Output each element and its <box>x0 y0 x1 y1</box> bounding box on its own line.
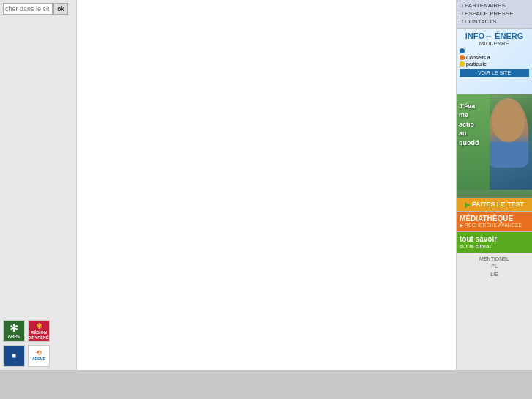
dot-yellow-label: particulie <box>466 61 487 67</box>
dot-item-1 <box>460 48 529 53</box>
faites-text: FAITES LE TEST <box>472 201 524 208</box>
search-button[interactable]: ok <box>53 3 68 15</box>
footer-line-1: MENTIONSL <box>460 256 529 264</box>
dot-orange-label: Conseils a <box>466 55 490 60</box>
main-content <box>77 0 456 370</box>
espace-presse-link[interactable]: ESPACE PRESSE <box>460 10 529 18</box>
mediatheque-banner[interactable]: MÉDIATHÈQUE ▶ RECHERCHE AVANCÉE <box>457 212 532 232</box>
info-energie-title: INFO→ ÉNERG <box>460 31 529 40</box>
dot-yellow <box>460 61 465 67</box>
search-bar: ok <box>3 3 73 15</box>
voir-site-button[interactable]: VOIR LE SITE <box>460 69 529 77</box>
dot-blue <box>460 48 465 53</box>
partenaires-link[interactable]: PARTENAIRES <box>460 1 529 10</box>
photo-banner[interactable]: J'éva me actio au quotid ▶ FAITES LE TES… <box>457 94 532 212</box>
bottom-bar <box>0 370 532 399</box>
small-logo-1[interactable]: ◼ <box>3 345 25 367</box>
info-energie-sub: MIDI-PYRÉ <box>460 40 529 47</box>
sidebar-logos: ✻ARPE ✻RÉGIONMIDIPYRÉNÉES ◼ ⟲ADEME <box>3 317 73 367</box>
faites-arrow-icon: ▶ <box>465 201 471 209</box>
right-sidebar: PARTENAIRES ESPACE PRESSE CONTACTS INFO→… <box>456 0 532 370</box>
contacts-link[interactable]: CONTACTS <box>460 18 529 26</box>
mediatheque-sub: ▶ RECHERCHE AVANCÉE <box>460 223 529 228</box>
ademe-logo[interactable]: ⟲ADEME <box>28 345 50 367</box>
info-energie-banner[interactable]: INFO→ ÉNERG MIDI-PYRÉ Conseils a particu… <box>457 29 532 94</box>
dot-orange <box>460 55 465 60</box>
photo-text-overlay: J'éva me actio au quotid <box>459 102 479 148</box>
top-links: PARTENAIRES ESPACE PRESSE CONTACTS <box>457 0 532 29</box>
search-input[interactable] <box>3 3 53 15</box>
dot-item-3: particulie <box>460 61 529 67</box>
region-logo[interactable]: ✻RÉGIONMIDIPYRÉNÉES <box>28 320 50 342</box>
right-footer: MENTIONSL PL LIE <box>457 253 532 281</box>
mediatheque-title: MÉDIATHÈQUE <box>460 215 529 223</box>
info-dots: Conseils a particulie <box>460 48 529 67</box>
footer-line-2: PL <box>460 263 529 271</box>
tout-savoir-title: tout savoir <box>460 235 529 243</box>
left-sidebar: ok ✻ARPE ✻RÉGIONMIDIPYRÉNÉES ◼ <box>0 0 77 370</box>
dot-item-2: Conseils a <box>460 55 529 60</box>
footer-line-3: LIE <box>460 271 529 279</box>
logo-row-1: ✻ARPE ✻RÉGIONMIDIPYRÉNÉES <box>3 320 73 342</box>
tout-savoir-banner[interactable]: tout savoir sur le climat <box>457 232 532 253</box>
tout-savoir-sub: sur le climat <box>460 243 529 250</box>
faites-le-test-button[interactable]: ▶ FAITES LE TEST <box>457 198 532 211</box>
logo-row-2: ◼ ⟲ADEME <box>3 345 73 367</box>
arpe-logo[interactable]: ✻ARPE <box>3 320 25 342</box>
